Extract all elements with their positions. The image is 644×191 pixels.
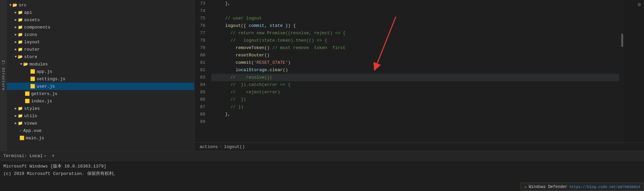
line-number-84: 84 — [195, 81, 208, 89]
code-token: // logout(state.token).then(() => { — [215, 37, 327, 44]
folder-icon: 📁 — [18, 121, 23, 126]
chevron-right-icon: ▶ — [15, 25, 17, 29]
code-token: logout — [225, 22, 241, 30]
code-line-83[interactable]: // resolve()| — [211, 74, 619, 81]
scrollbar[interactable] — [619, 0, 624, 142]
sidebar-item-api[interactable]: ▶📁api — [7, 9, 194, 16]
code-line-80[interactable]: resetRouter() — [211, 52, 619, 59]
sidebar-item-settings.js[interactable]: 🟨settings.js — [7, 75, 194, 83]
terminal-line-1: Microsoft Windows [版本 10.0.18363.1379] — [3, 163, 641, 170]
code-line-76[interactable]: logout({ commit, state }) { — [211, 22, 619, 30]
warning-icon: ⚠ — [524, 184, 527, 189]
code-editor: 7374757677787980818283848586878889 }, //… — [195, 0, 644, 151]
sidebar-item-store[interactable]: ▼📂store — [7, 53, 194, 60]
code-token: commit — [249, 22, 264, 30]
code-line-79[interactable]: removeToken() // must remove token first — [211, 44, 619, 52]
code-line-74[interactable] — [211, 7, 619, 15]
tree-item-label: styles — [24, 106, 40, 111]
terminal-tab-label: Local — [30, 153, 43, 158]
vue-file-icon: ✓ — [19, 128, 22, 133]
sidebar-item-main.js[interactable]: 🟨main.js — [7, 134, 194, 142]
code-line-89[interactable] — [211, 118, 619, 126]
sidebar-item-getters.js[interactable]: 🟨getters.js — [7, 90, 194, 97]
code-token: // reject(error) — [215, 89, 280, 96]
sidebar-item-utils[interactable]: ▶📁utils — [7, 112, 194, 120]
sidebar-item-styles[interactable]: ▶📁styles — [7, 105, 194, 112]
breadcrumb-item-0[interactable]: actions — [200, 144, 218, 149]
code-token — [215, 66, 235, 74]
tree-item-label: modules — [30, 62, 48, 67]
tree-item-label: src — [19, 3, 26, 8]
notification-text: Windows Defender — [529, 185, 568, 189]
breadcrumb: actions›logout() — [195, 142, 644, 151]
folder-icon: 📁 — [18, 113, 23, 118]
line-number-75: 75 — [195, 15, 208, 22]
sidebar-item-views[interactable]: ▶📁views — [7, 120, 194, 127]
code-line-81[interactable]: commit('RESET_STATE') — [211, 59, 619, 66]
terminal-tab-local[interactable]: Local × — [30, 153, 50, 158]
code-token: commit — [235, 59, 251, 66]
tree-item-label: app.js — [37, 69, 52, 74]
code-token: // must remove token first — [272, 44, 345, 52]
folder-icon: 📁 — [18, 32, 23, 37]
folder-icon: 📁 — [18, 47, 23, 52]
code-line-88[interactable]: }, — [211, 111, 619, 118]
sidebar-item-components[interactable]: ▶📁components — [7, 23, 194, 31]
code-line-85[interactable]: // reject(error) — [211, 89, 619, 96]
code-token: removeToken — [235, 44, 264, 52]
tree-item-label: router — [24, 47, 40, 52]
code-token: // resolve()| — [215, 74, 272, 81]
line-number-81: 81 — [195, 59, 208, 66]
code-line-73[interactable]: }, — [211, 0, 619, 7]
notification-link[interactable]: https://blog.csdn.net/p879936814 — [570, 185, 640, 189]
code-line-82[interactable]: localStorage.clear() — [211, 66, 619, 74]
breadcrumb-separator: › — [220, 144, 222, 149]
terminal-close-button[interactable]: × — [44, 154, 46, 158]
js-file-icon: 🟨 — [25, 99, 30, 104]
gear-icon[interactable]: ⚙ — [638, 2, 641, 7]
code-token: . — [267, 66, 270, 74]
tree-item-label: App.vue — [23, 128, 42, 133]
sidebar-item-App.vue[interactable]: ✓App.vue — [7, 127, 194, 134]
code-line-87[interactable]: // }) — [211, 103, 619, 111]
line-number-83: 83 — [195, 74, 208, 81]
terminal-label: Terminal: — [3, 153, 27, 158]
code-token: // }).catch(error => { — [215, 81, 290, 89]
sidebar-item-app.js[interactable]: 🟨app.js — [7, 68, 194, 75]
sidebar-item-modules[interactable]: ▼📂modules — [7, 60, 194, 68]
code-token: ({ — [241, 22, 249, 30]
tree-item-label: layout — [24, 40, 40, 45]
sidebar-item-layout[interactable]: ▶📁layout — [7, 38, 194, 46]
code-lines[interactable]: }, // user logout logout({ commit, state… — [211, 0, 619, 142]
code-token: // user logout — [215, 15, 262, 22]
line-number-80: 80 — [195, 52, 208, 59]
scrollbar-thumb[interactable] — [621, 34, 623, 47]
sidebar-item-assets[interactable]: ▶📁assets — [7, 16, 194, 23]
breadcrumb-item-1[interactable]: logout() — [224, 144, 245, 149]
folder-icon: 📁 — [18, 40, 23, 45]
code-token: () — [283, 66, 288, 74]
notification-bar: ⚠ Windows Defender https://blog.csdn.net… — [521, 183, 644, 191]
sidebar-item-index.js[interactable]: 🟨index.js — [7, 97, 194, 105]
folder-open-icon: 📂 — [23, 62, 28, 67]
terminal-add-button[interactable]: + — [52, 153, 55, 159]
code-token: ) — [288, 59, 290, 66]
tree-item-label: main.js — [26, 136, 44, 141]
chevron-right-icon: ▶ — [15, 47, 17, 51]
code-token: // }) — [215, 103, 244, 111]
code-token: 'RESET_STATE' — [254, 59, 288, 66]
code-token — [215, 59, 235, 66]
sidebar-item-icons[interactable]: ▶📁icons — [7, 31, 194, 38]
code-line-77[interactable]: // return new Promise((resolve, reject) … — [211, 30, 619, 37]
code-token: }) { — [283, 22, 296, 30]
code-line-78[interactable]: // logout(state.token).then(() => { — [211, 37, 619, 44]
code-line-86[interactable]: // }) — [211, 96, 619, 103]
sidebar-tab-text: Z: Structure — [1, 60, 5, 91]
code-line-84[interactable]: // }).catch(error => { — [211, 81, 619, 89]
chevron-right-icon: ▶ — [15, 18, 17, 22]
code-line-75[interactable]: // user logout — [211, 15, 619, 22]
code-token — [215, 52, 235, 59]
sidebar-item-src[interactable]: ▼📂src — [7, 1, 194, 9]
sidebar-item-router[interactable]: ▶📁router — [7, 46, 194, 53]
sidebar-item-user.js[interactable]: 🟨user.js — [7, 83, 194, 90]
